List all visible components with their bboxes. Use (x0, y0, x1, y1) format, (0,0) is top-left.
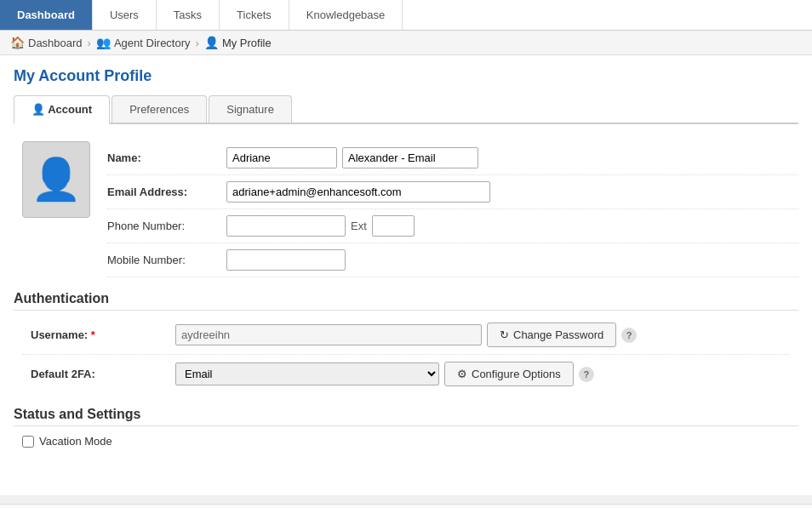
email-input[interactable] (226, 181, 490, 203)
nav-tab-dashboard[interactable]: Dashboard (0, 0, 93, 30)
phone-input[interactable] (226, 215, 346, 237)
tab-account[interactable]: 👤 Account (14, 95, 110, 124)
refresh-icon: ↻ (500, 328, 509, 341)
breadcrumb-my-profile-label: My Profile (222, 37, 272, 49)
nav-tab-knowledgebase[interactable]: Knowledgebase (289, 0, 403, 30)
email-row: Email Address: (107, 175, 798, 209)
email-controls (226, 181, 798, 203)
mobile-row: Mobile Number: (107, 243, 798, 277)
mobile-label: Mobile Number: (107, 254, 226, 266)
mobile-input[interactable] (226, 249, 346, 271)
username-controls: ↻ Change Password ? (175, 322, 790, 347)
vacation-mode-label: Vacation Mode (39, 435, 112, 448)
bottom-bar: 💾 Save Changes ↩ Reset ⊗ Cancel (0, 504, 812, 508)
phone-row: Phone Number: Ext (107, 209, 798, 243)
breadcrumb-dashboard[interactable]: 🏠 Dashboard (10, 36, 83, 49)
twofa-select[interactable]: Email Authenticator App SMS None (175, 362, 439, 385)
name-row: Name: (107, 141, 798, 175)
avatar-icon: 👤 (31, 156, 82, 203)
change-password-button[interactable]: ↻ Change Password (487, 322, 616, 347)
last-name-input[interactable] (342, 147, 478, 168)
status-section-header: Status and Settings (14, 407, 798, 426)
required-indicator: * (91, 328, 95, 341)
gear-icon: ⚙ (457, 368, 467, 380)
page-title: My Account Profile (14, 67, 798, 85)
breadcrumb-my-profile[interactable]: 👤 My Profile (204, 36, 272, 49)
name-label: Name: (107, 151, 226, 164)
auth-section-header: Authentication (14, 291, 798, 311)
tab-signature[interactable]: Signature (209, 95, 292, 123)
vacation-mode-checkbox[interactable] (22, 436, 34, 448)
tab-preferences[interactable]: Preferences (112, 95, 207, 123)
avatar: 👤 (22, 141, 90, 218)
twofa-help-icon[interactable]: ? (579, 367, 594, 382)
ext-input[interactable] (372, 215, 415, 237)
profile-header: 👤 Name: Email Address: Phone Number: (14, 141, 798, 277)
profile-fields: Name: Email Address: Phone Number: Ext (107, 141, 798, 277)
username-row: Username: * ↻ Change Password ? (22, 316, 790, 355)
username-help-icon[interactable]: ? (621, 328, 637, 343)
nav-tab-users[interactable]: Users (93, 0, 157, 30)
username-label: Username: * (22, 328, 175, 341)
username-input[interactable] (175, 324, 482, 345)
breadcrumb-agent-directory[interactable]: 👥 Agent Directory (96, 36, 191, 49)
first-name-input[interactable] (226, 147, 337, 168)
tab-strip: 👤 Account Preferences Signature (14, 95, 798, 124)
breadcrumb-sep-1: › (88, 37, 91, 49)
auth-section: Username: * ↻ Change Password ? Default … (14, 316, 798, 393)
my-profile-icon: 👤 (204, 36, 219, 49)
status-section: Vacation Mode (14, 435, 798, 448)
breadcrumb-sep-2: › (196, 37, 199, 49)
nav-tab-tasks[interactable]: Tasks (157, 0, 220, 30)
phone-label: Phone Number: (107, 220, 226, 232)
phone-controls: Ext (226, 215, 798, 237)
top-nav: Dashboard Users Tasks Tickets Knowledgeb… (0, 0, 812, 31)
twofa-controls: Email Authenticator App SMS None ⚙ Confi… (175, 362, 790, 386)
mobile-controls (226, 249, 798, 271)
twofa-label: Default 2FA: (22, 368, 175, 380)
configure-options-button[interactable]: ⚙ Configure Options (444, 362, 574, 386)
breadcrumb-dashboard-label: Dashboard (28, 37, 83, 49)
nav-tab-tickets[interactable]: Tickets (220, 0, 289, 30)
account-person-icon: 👤 (31, 103, 48, 116)
name-inputs (226, 147, 798, 168)
agent-directory-icon: 👥 (96, 36, 111, 49)
vacation-mode-row: Vacation Mode (22, 435, 790, 448)
email-label: Email Address: (107, 186, 226, 198)
twofa-row: Default 2FA: Email Authenticator App SMS… (22, 355, 790, 393)
breadcrumb-agent-directory-label: Agent Directory (114, 37, 191, 49)
breadcrumb: 🏠 Dashboard › 👥 Agent Directory › 👤 My P… (0, 31, 812, 55)
page-content: My Account Profile 👤 Account Preferences… (0, 55, 812, 495)
dashboard-icon: 🏠 (10, 36, 25, 49)
ext-label: Ext (351, 220, 367, 232)
